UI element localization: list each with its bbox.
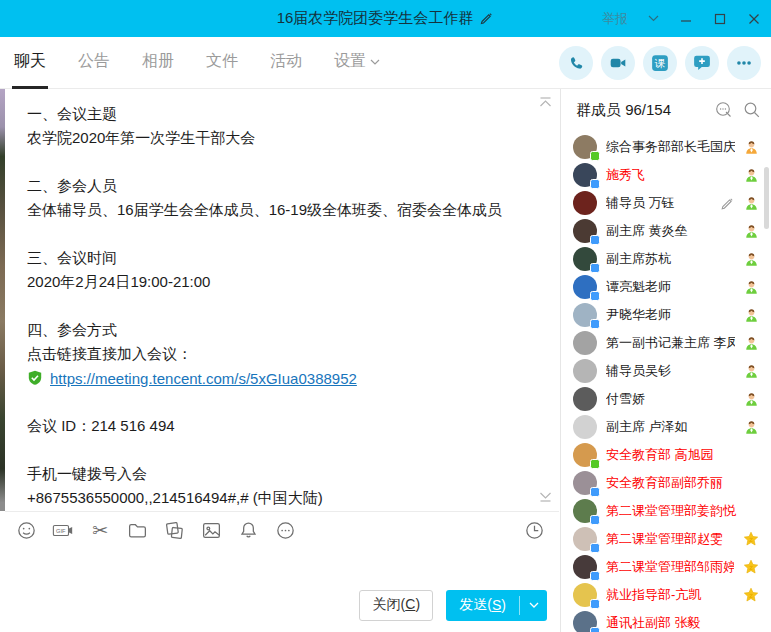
folder-icon[interactable] <box>126 519 148 541</box>
member-name: 施秀飞 <box>606 166 735 184</box>
member-person-icon <box>744 252 759 267</box>
class-icon[interactable]: 课 <box>643 46 677 80</box>
member-name: 安全教育部副部乔丽 <box>606 474 750 492</box>
member-avatar <box>573 247 597 271</box>
more-actions-icon[interactable] <box>727 46 761 80</box>
online-status-badge <box>590 179 600 189</box>
edit-title-icon[interactable] <box>479 11 494 26</box>
member-avatar <box>573 219 597 243</box>
scroll-to-bottom-icon[interactable] <box>539 488 552 506</box>
search-icon[interactable] <box>743 101 761 119</box>
member-person-icon <box>744 420 759 435</box>
section-heading: 一、会议主题 <box>27 102 533 126</box>
member-row[interactable]: 施秀飞 <box>561 161 771 189</box>
safe-link-shield-icon <box>27 370 43 386</box>
input-toolbar: GIF ✂ <box>5 511 559 548</box>
voice-call-icon[interactable] <box>559 46 593 80</box>
member-panel-header: 群成员 96/154 <box>561 89 771 131</box>
member-row[interactable]: 安全教育部 高旭园 <box>561 441 771 469</box>
member-name: 安全教育部 高旭园 <box>606 446 750 464</box>
member-avatar <box>573 359 597 383</box>
member-avatar <box>573 331 597 355</box>
edit-member-icon[interactable] <box>720 196 735 211</box>
member-name: 副主席 卢泽如 <box>606 418 735 436</box>
tab-chat[interactable]: 聊天 <box>12 37 48 89</box>
member-name: 辅导员 万钰 <box>606 194 711 212</box>
member-name: 副主席 黄炎垒 <box>606 222 735 240</box>
tab-files[interactable]: 文件 <box>204 37 240 89</box>
member-row[interactable]: 副主席 卢泽如 <box>561 413 771 441</box>
member-avatar <box>573 443 597 467</box>
member-list-scrollbar[interactable] <box>764 167 769 229</box>
tab-settings[interactable]: 设置 <box>332 37 382 89</box>
member-row[interactable]: 副主席苏杭 <box>561 245 771 273</box>
mute-icon[interactable] <box>715 101 733 119</box>
image-icon[interactable] <box>200 519 222 541</box>
member-avatar <box>573 135 597 159</box>
section-body: 农学院2020年第一次学生干部大会 <box>27 126 533 150</box>
tab-album[interactable]: 相册 <box>140 37 176 89</box>
tab-activities[interactable]: 活动 <box>268 37 304 89</box>
member-row[interactable]: 综合事务部部长毛国庆 <box>561 133 771 161</box>
member-row[interactable]: 辅导员吴钐 <box>561 357 771 385</box>
video-call-icon[interactable] <box>601 46 635 80</box>
chat-message-area[interactable]: 一、会议主题 农学院2020年第一次学生干部大会 二、参会人员 全体辅导员、16… <box>5 89 559 511</box>
member-row[interactable]: 通讯社副部 张毅 <box>561 609 771 632</box>
online-status-badge <box>590 599 600 609</box>
member-avatar <box>573 275 597 299</box>
member-row[interactable]: 副主席 黄炎垒 <box>561 217 771 245</box>
meeting-announcement: 一、会议主题 农学院2020年第一次学生干部大会 二、参会人员 全体辅导员、16… <box>5 89 559 510</box>
meeting-link[interactable]: https://meeting.tencent.com/s/5xGIua0388… <box>50 370 357 387</box>
member-row[interactable]: 第二课堂管理部邹雨婷 <box>561 553 771 581</box>
member-name: 就业指导部-亢凯 <box>606 586 734 604</box>
close-button[interactable]: 关闭(C) <box>359 590 433 621</box>
window-shake-icon[interactable] <box>163 519 185 541</box>
send-options-chevron-icon[interactable] <box>520 590 547 621</box>
history-clock-icon[interactable] <box>523 519 545 541</box>
member-avatar <box>573 611 597 632</box>
member-avatar <box>573 555 597 579</box>
member-row[interactable]: 尹晓华老师 <box>561 301 771 329</box>
online-status-badge <box>590 235 600 245</box>
svg-text:GIF: GIF <box>56 528 66 534</box>
scroll-to-top-icon[interactable] <box>539 93 552 111</box>
more-icon[interactable] <box>274 519 296 541</box>
member-star-icon <box>743 559 759 575</box>
emoji-icon[interactable] <box>15 519 37 541</box>
online-status-badge <box>590 291 600 301</box>
section-body: 点击链接直接加入会议： <box>27 342 533 366</box>
member-row[interactable]: 谭亮魁老师 <box>561 273 771 301</box>
member-row[interactable]: 辅导员 万钰 <box>561 189 771 217</box>
maximize-button[interactable] <box>713 12 727 26</box>
member-row[interactable]: 付雪娇 <box>561 385 771 413</box>
screenshot-scissors-icon[interactable]: ✂ <box>89 519 111 541</box>
bell-icon[interactable] <box>237 519 259 541</box>
close-window-button[interactable] <box>747 12 761 26</box>
group-post-icon[interactable] <box>685 46 719 80</box>
tab-header-row: 聊天 公告 相册 文件 活动 设置 课 <box>0 37 771 89</box>
chevron-down-icon <box>370 59 380 65</box>
gif-icon[interactable]: GIF <box>52 519 74 541</box>
member-list[interactable]: 综合事务部部长毛国庆 施秀飞 辅导员 万钰 <box>561 133 771 632</box>
section-body: 2020年2月24日19:00-21:00 <box>27 270 533 294</box>
member-avatar <box>573 387 597 411</box>
message-input[interactable] <box>5 548 559 578</box>
member-name: 第二课堂管理部赵雯 <box>606 530 734 548</box>
member-row[interactable]: 第一副书记兼主席 李凤仪 <box>561 329 771 357</box>
online-status-badge <box>590 319 600 329</box>
member-avatar <box>573 303 597 327</box>
online-status-badge <box>590 571 600 581</box>
member-star-icon <box>743 587 759 603</box>
member-name: 谭亮魁老师 <box>606 278 735 296</box>
member-star-icon <box>743 531 759 547</box>
member-row[interactable]: 安全教育部副部乔丽 <box>561 469 771 497</box>
member-row[interactable]: 就业指导部-亢凯 <box>561 581 771 609</box>
tab-announcement[interactable]: 公告 <box>76 37 112 89</box>
minimize-button[interactable] <box>679 12 693 26</box>
report-chevron-icon[interactable] <box>648 15 659 22</box>
report-link[interactable]: 举报 <box>602 10 628 28</box>
send-button[interactable]: 发送(S) <box>446 590 547 621</box>
member-row[interactable]: 第二课堂管理部姜韵悦 <box>561 497 771 525</box>
member-row[interactable]: 第二课堂管理部赵雯 <box>561 525 771 553</box>
member-person-icon <box>744 168 759 183</box>
